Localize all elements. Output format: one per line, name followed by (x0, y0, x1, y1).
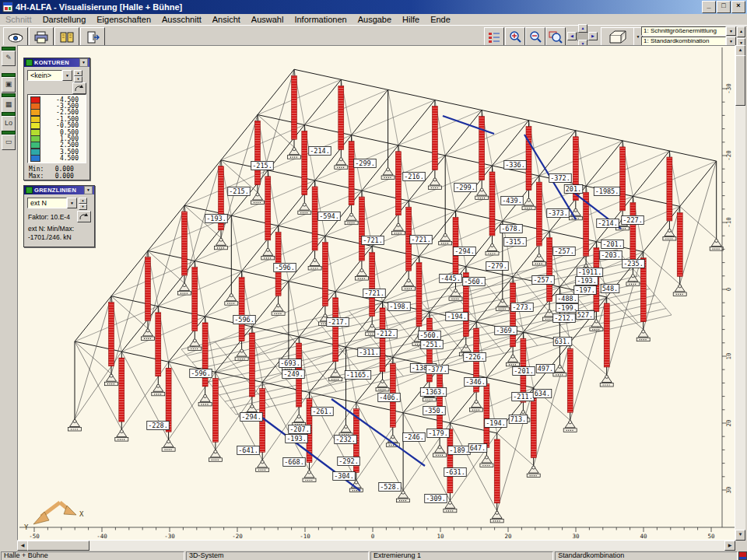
menu-item-ausschnitt[interactable]: Ausschnitt (156, 15, 207, 24)
konturen-panel[interactable]: KONTUREN ▼ <kein> ▼ ▲ ▼ -4.500-3.500-2.5… (23, 58, 90, 180)
view-eye-button[interactable] (3, 27, 28, 47)
support-hinge (339, 158, 342, 161)
menu-item-ende[interactable]: Ende (425, 15, 456, 24)
spinner-up-button[interactable]: ▲ (737, 26, 745, 37)
grenzlinien-combo[interactable]: ext N ▼ (27, 198, 77, 208)
support-hinge (214, 450, 217, 453)
spinner-down-button[interactable]: ▼ (74, 76, 82, 82)
force-label-text: -261. (312, 408, 332, 415)
chevron-down-icon[interactable]: ▼ (62, 70, 72, 81)
pan-up-button[interactable]: ▲ (578, 24, 587, 33)
h-ruler-label: -40 (96, 533, 107, 540)
menu-item-eigenschaften[interactable]: Eigenschaften (91, 15, 156, 24)
konturen-combo[interactable]: <kein> ▼ (27, 70, 72, 81)
scroll-up-button[interactable]: ▲ (735, 45, 745, 56)
solid-view-button[interactable]: ▣ (2, 73, 16, 92)
force-label-text: -194. (486, 419, 506, 427)
force-label: -678. (500, 225, 523, 233)
normal-force-bar (302, 131, 307, 195)
title-bar[interactable]: 4H-ALFA - Visualisierung [Halle + Bühne]… (0, 0, 747, 14)
force-label: -193. (286, 435, 308, 443)
load-case-icon: Lo (2, 116, 16, 131)
roof-chord (75, 341, 497, 433)
force-label-text: -232. (335, 436, 356, 443)
support-hinge (480, 188, 483, 191)
force-label-text: -1165. (346, 371, 370, 379)
close-button[interactable]: × (731, 1, 745, 13)
result-tree-button[interactable] (484, 27, 504, 47)
force-label-text: -212. (376, 330, 396, 338)
chevron-down-icon[interactable]: ▼ (67, 198, 77, 208)
force-label-text: -294. (454, 247, 475, 255)
analysis-combo[interactable]: 1: Schnittgrößenermittlung ▼ (641, 26, 736, 36)
vertical-scroll-thumb[interactable] (735, 55, 745, 106)
grenzlinien-panel[interactable]: GRENZLINIEN ▼ ext N ▼ ▲ ▼ Faktor: 10.E-4… (23, 185, 95, 247)
support-hinge (679, 285, 682, 288)
screen-button[interactable]: ▭ (2, 131, 16, 149)
force-label-text: -179. (428, 429, 448, 437)
mesh-grid-button[interactable]: ▦ (2, 93, 16, 112)
scroll-down-button[interactable]: ▼ (735, 530, 745, 541)
menu-item-darstellung[interactable]: Darstellung (37, 15, 92, 24)
force-label-text: -193. (286, 435, 307, 443)
menu-item-auswahl[interactable]: Auswahl (246, 15, 289, 24)
force-label-text: -201. (602, 240, 622, 248)
menu-item-hilfe[interactable]: Hilfe (397, 15, 425, 24)
h-ruler-label: 20 (504, 533, 512, 540)
print-button[interactable] (29, 27, 54, 47)
drawing-canvas[interactable]: -50-40-30-20-1001020304050-30-20-1001020… (17, 45, 735, 541)
grenzlinien-apply-button[interactable] (77, 211, 91, 222)
force-label-text: -594. (319, 212, 339, 220)
h-ruler-label: -20 (232, 533, 243, 540)
konturen-apply-button[interactable] (72, 82, 86, 94)
force-label: -560. (463, 278, 486, 286)
panel-collapse-button[interactable]: ▼ (84, 186, 93, 194)
pan-right-button[interactable]: ▶ (588, 32, 598, 40)
zoom-in-icon (508, 30, 522, 44)
application-window: 4H-ALFA - Visualisierung [Halle + Bühne]… (0, 0, 747, 560)
spinner-up-button[interactable]: ▲ (79, 198, 87, 204)
status-icon[interactable] (738, 551, 747, 560)
support-base (563, 429, 577, 432)
force-label: -201. (601, 240, 624, 249)
horizontal-scroll-thumb[interactable] (27, 541, 89, 551)
force-label: 201. (564, 185, 583, 194)
zoom-out-button[interactable] (525, 27, 545, 47)
scroll-right-button[interactable]: ▶ (724, 541, 735, 551)
konturen-panel-titlebar[interactable]: KONTUREN ▼ (24, 58, 89, 67)
draw-pencil-button[interactable]: ✎ (2, 47, 16, 65)
minimize-button[interactable]: _ (702, 1, 716, 13)
force-label-text: 631. (555, 338, 570, 345)
spinner-up-button[interactable]: ▲ (74, 70, 82, 76)
load-case-button[interactable]: Lo (2, 112, 16, 131)
horizontal-scrollbar[interactable]: ◀ ▶ (17, 541, 735, 551)
spinner-down-button[interactable]: ▼ (79, 204, 87, 210)
roof-chord (111, 296, 534, 388)
support-base (673, 292, 686, 296)
support-base (433, 453, 447, 457)
chevron-down-icon[interactable]: ▼ (726, 26, 736, 36)
support-base (626, 282, 640, 286)
zoom-window-button[interactable] (545, 27, 566, 47)
status-bar: Halle + Bühne3D-SystemExtremierung 1Stan… (0, 551, 747, 560)
pan-left-button[interactable]: ◀ (567, 32, 577, 40)
catalog-button[interactable] (54, 27, 79, 47)
maximize-button[interactable]: □ (717, 1, 731, 13)
support-hinge (308, 471, 311, 474)
scrollbar-corner (735, 541, 747, 551)
cube-3d-icon (607, 30, 629, 44)
menu-item-ansicht[interactable]: Ansicht (207, 15, 246, 24)
force-label-text: -292. (338, 457, 359, 465)
force-label-text: -257. (533, 276, 553, 284)
force-label: -228. (147, 422, 170, 430)
menu-item-informationen[interactable]: Informationen (289, 15, 352, 24)
scroll-left-button[interactable]: ◀ (17, 541, 28, 551)
panel-collapse-button[interactable]: ▼ (79, 58, 88, 67)
view-cube-button[interactable]: ▼ (601, 27, 635, 47)
normal-force-bar (370, 253, 375, 317)
vertical-scrollbar[interactable]: ▲ ▼ (735, 45, 745, 541)
grenzlinien-panel-titlebar[interactable]: GRENZLINIEN ▼ (24, 186, 94, 194)
exit-button[interactable] (80, 27, 105, 47)
zoom-in-button[interactable] (505, 27, 525, 47)
menu-item-ausgabe[interactable]: Ausgabe (352, 15, 397, 24)
